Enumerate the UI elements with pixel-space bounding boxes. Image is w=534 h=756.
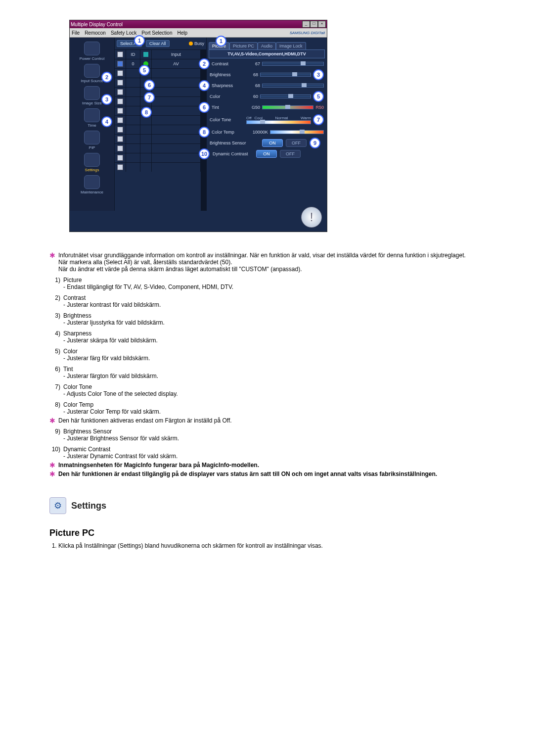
clear-all-button[interactable]: Clear All bbox=[146, 40, 170, 47]
color-slider[interactable] bbox=[260, 94, 311, 98]
row-checkbox[interactable] bbox=[117, 70, 123, 76]
star-icon: ✱ bbox=[49, 471, 55, 477]
sidebar-item-time[interactable]: Time 4 bbox=[73, 107, 111, 129]
dynamic-contrast-off[interactable]: OFF bbox=[280, 150, 301, 158]
device-grid: Select All Clear All Busy ✓ ID Input bbox=[114, 38, 207, 211]
item-number: 8) bbox=[49, 401, 60, 408]
colortone-slider[interactable] bbox=[246, 120, 311, 124]
section-title: Settings bbox=[71, 501, 106, 511]
note-text: Inforutnätet visar grundläggande informa… bbox=[58, 252, 466, 259]
maximize-button[interactable]: □ bbox=[310, 21, 318, 28]
star-icon: ✱ bbox=[49, 417, 55, 424]
brightness-sensor-on[interactable]: ON bbox=[262, 139, 283, 147]
row-checkbox[interactable] bbox=[117, 61, 123, 67]
row-checkbox[interactable] bbox=[117, 108, 123, 114]
row-checkbox[interactable] bbox=[117, 117, 123, 123]
sidebar-item-maintenance[interactable]: Maintenance bbox=[73, 174, 111, 195]
row-checkbox[interactable] bbox=[117, 136, 123, 142]
callout-8: 8 bbox=[199, 127, 210, 138]
table-row[interactable] bbox=[115, 134, 201, 143]
item-title: Picture bbox=[63, 277, 82, 284]
item-title: Contrast bbox=[63, 294, 86, 301]
star-icon: ✱ bbox=[49, 462, 55, 469]
image-icon bbox=[84, 86, 100, 100]
grid-header: ✓ ID Input bbox=[115, 49, 201, 59]
colortemp-slider[interactable] bbox=[270, 130, 324, 134]
item-number: 10) bbox=[49, 446, 60, 453]
time-icon bbox=[84, 108, 100, 122]
menu-remocon[interactable]: Remocon bbox=[85, 30, 106, 36]
table-row[interactable]: 0 AV bbox=[115, 59, 201, 68]
numbered-item: 7)Color Tone bbox=[49, 383, 485, 390]
contrast-slider[interactable] bbox=[262, 62, 324, 66]
menu-file[interactable]: File bbox=[72, 30, 80, 36]
mdc-window: Multiple Display Control _ □ × File Remo… bbox=[69, 20, 327, 232]
callout-1b: 1 bbox=[216, 36, 226, 47]
sidebar-item-power[interactable]: Power Control bbox=[73, 41, 111, 62]
section-header: ⚙ Settings bbox=[49, 497, 485, 514]
close-button[interactable]: × bbox=[318, 21, 326, 28]
menu-safetylock[interactable]: Safety Lock bbox=[111, 30, 136, 36]
tab-picturepc[interactable]: Picture PC bbox=[229, 42, 258, 49]
item-desc: - Justerar Dynamic Contrast för vald skä… bbox=[63, 453, 485, 460]
sidebar-item-input[interactable]: Input Source 2 bbox=[73, 63, 111, 84]
table-row[interactable] bbox=[115, 153, 201, 162]
numbered-item: 10)Dynamic Contrast bbox=[49, 446, 485, 453]
table-row[interactable] bbox=[115, 78, 201, 87]
status-icon bbox=[143, 52, 148, 57]
sharpness-slider[interactable] bbox=[262, 84, 324, 88]
row-checkbox[interactable] bbox=[117, 98, 123, 104]
table-row[interactable] bbox=[115, 143, 201, 153]
row-checkbox[interactable] bbox=[117, 164, 123, 170]
sidebar: Power Control Input Source 2 Image Size … bbox=[70, 38, 114, 211]
callout-5: 5 bbox=[313, 91, 324, 102]
table-row[interactable] bbox=[115, 87, 201, 96]
tab-imagelock[interactable]: Image Lock bbox=[276, 42, 306, 49]
menubar: File Remocon Safety Lock Port Selection … bbox=[70, 28, 327, 38]
star-icon: ✱ bbox=[49, 252, 55, 273]
sidebar-item-pip[interactable]: PIP bbox=[73, 130, 111, 151]
item-number: 6) bbox=[49, 366, 60, 373]
window-buttons: _ □ × bbox=[302, 21, 326, 28]
note-text: Den här funktionen aktiveras endast om F… bbox=[58, 417, 232, 424]
sidebar-item-image[interactable]: Image Size 3 bbox=[73, 85, 111, 106]
tint-slider[interactable] bbox=[262, 105, 313, 109]
note-text: Inmatningsenheten för MagicInfo fungerar… bbox=[58, 462, 259, 469]
minimize-button[interactable]: _ bbox=[302, 21, 310, 28]
row-checkbox[interactable] bbox=[117, 145, 123, 151]
table-row[interactable] bbox=[115, 106, 201, 115]
note-block: ✱ Den här funktionen är endast tillgängl… bbox=[49, 471, 485, 477]
table-row[interactable] bbox=[115, 125, 201, 134]
menu-portselection[interactable]: Port Selection bbox=[141, 30, 172, 36]
slider-brightness: Brightness 68 3 bbox=[209, 69, 325, 80]
slider-contrast: 2 Contrast 67 bbox=[209, 58, 325, 69]
table-row[interactable] bbox=[115, 115, 201, 125]
sidebar-item-settings[interactable]: Settings bbox=[73, 152, 111, 173]
table-row[interactable] bbox=[115, 96, 201, 106]
dynamic-contrast-on[interactable]: ON bbox=[256, 150, 277, 158]
brightness-sensor-off[interactable]: OFF bbox=[286, 139, 307, 147]
row-checkbox[interactable] bbox=[117, 155, 123, 161]
app-body: Power Control Input Source 2 Image Size … bbox=[70, 38, 327, 211]
settings-section-icon: ⚙ bbox=[49, 497, 66, 514]
callout-4a: 4 bbox=[101, 116, 112, 127]
menu-help[interactable]: Help bbox=[177, 30, 187, 36]
item-title: Dynamic Contrast bbox=[63, 446, 110, 453]
item-desc: - Justerar Brightness Sensor för vald sk… bbox=[63, 435, 485, 442]
table-row[interactable] bbox=[115, 162, 201, 172]
numbered-item: 4)Sharpness bbox=[49, 330, 485, 337]
callout-5a: 5 bbox=[139, 65, 150, 76]
tab-audio[interactable]: Audio bbox=[258, 42, 276, 49]
row-checkbox[interactable] bbox=[117, 89, 123, 95]
item-desc: - Justerar färgton för vald bildskärm. bbox=[63, 373, 485, 379]
note-text: När markera alla (Select All) är valt, å… bbox=[58, 259, 466, 266]
header-checkbox[interactable]: ✓ bbox=[117, 51, 123, 57]
row-checkbox[interactable] bbox=[117, 80, 123, 86]
item-number: 2) bbox=[49, 294, 60, 301]
table-row[interactable] bbox=[115, 68, 201, 78]
row-checkbox[interactable] bbox=[117, 127, 123, 133]
numbered-item: 5)Color bbox=[49, 348, 485, 355]
brightness-slider[interactable] bbox=[260, 73, 311, 77]
tab-subtitle: TV,AV,S-Video,Component,HDMI,DTV bbox=[209, 49, 325, 58]
item-title: Color Tone bbox=[63, 383, 92, 390]
